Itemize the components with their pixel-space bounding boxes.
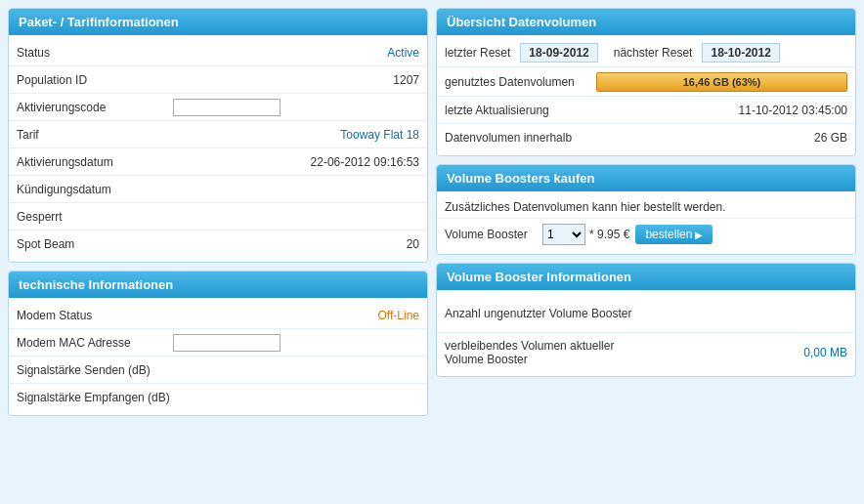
info-label: Modem MAC Adresse (17, 336, 173, 350)
vb-order-row: Volume Booster 1 2 3 4 5 * 9.95 € bestel… (437, 219, 855, 250)
vbi-row: Anzahl ungenutzter Volume Booster (437, 294, 855, 333)
info-label: Population ID (17, 73, 173, 87)
info-row: TarifTooway Flat 18 (9, 121, 427, 148)
right-column: Übersicht Datenvolumen letzter Reset 18-… (436, 8, 856, 496)
info-value: Off-Line (173, 309, 419, 322)
innerhalb-label: Datenvolumen innerhalb (445, 131, 596, 145)
info-row: Population ID1207 (9, 66, 427, 94)
left-column: Paket- / Tarifinformationen StatusActive… (8, 8, 428, 496)
info-label: Aktivierungscode (17, 101, 173, 114)
info-label: Aktivierungsdatum (17, 155, 173, 169)
technisch-panel-body: Modem StatusOff-LineModem MAC AdresseSig… (9, 298, 427, 415)
vbkaufen-panel: Volume Boosters kaufen Zusätzliches Date… (436, 164, 856, 255)
info-row: Gesperrt (9, 203, 427, 231)
info-label: Kündigungsdatum (17, 183, 173, 196)
uebersicht-panel-header: Übersicht Datenvolumen (437, 9, 855, 35)
info-value: 1207 (173, 73, 419, 87)
vbinfo-panel-body: Anzahl ungenutzter Volume Boosterverblei… (437, 290, 855, 376)
info-row: Modem MAC Adresse (9, 329, 427, 357)
letzter-reset-value: 18-09-2012 (520, 43, 597, 63)
aktualisierung-label: letzte Aktualisierung (445, 104, 596, 117)
info-row: Signalstärke Empfangen (dB) (9, 384, 427, 411)
naechster-reset-value: 18-10-2012 (702, 43, 779, 63)
progress-text: 16,46 GB (63%) (683, 76, 760, 88)
technisch-panel-header: technische Informationen (9, 272, 427, 298)
vbkaufen-panel-header: Volume Boosters kaufen (437, 165, 855, 191)
vb-quantity-select[interactable]: 1 2 3 4 5 (542, 224, 585, 245)
vbkaufen-panel-body: Zusätzliches Datenvolumen kann hier best… (437, 191, 855, 254)
paket-panel-header: Paket- / Tarifinformationen (9, 9, 427, 35)
info-row: Modem StatusOff-Line (9, 302, 427, 329)
main-container: Paket- / Tarifinformationen StatusActive… (0, 0, 864, 504)
uebersicht-panel: Übersicht Datenvolumen letzter Reset 18-… (436, 8, 856, 156)
info-label: Signalstärke Senden (dB) (17, 363, 173, 377)
letzter-reset-label: letzter Reset (445, 46, 510, 60)
genutzt-label: genutztes Datenvolumen (445, 75, 596, 89)
info-row: Signalstärke Senden (dB) (9, 357, 427, 384)
info-value: 22-06-2012 09:16:53 (173, 155, 419, 169)
paket-panel: Paket- / Tarifinformationen StatusActive… (8, 8, 428, 263)
genutzt-row: genutztes Datenvolumen 16,46 GB (63%) (437, 67, 855, 97)
info-label: Spot Beam (17, 237, 173, 251)
vbi-row: verbleibendes Volumen aktueller Volume B… (437, 333, 855, 372)
aktualisierung-value: 11-10-2012 03:45:00 (596, 104, 847, 117)
info-input-field[interactable] (173, 334, 281, 352)
info-label: Status (17, 46, 173, 60)
info-row: StatusActive (9, 39, 427, 66)
info-label: Signalstärke Empfangen (dB) (17, 391, 173, 404)
info-input-field[interactable] (173, 99, 281, 116)
info-label: Tarif (17, 128, 173, 142)
technisch-panel: technische Informationen Modem StatusOff… (8, 271, 428, 416)
paket-panel-body: StatusActivePopulation ID1207Aktivierung… (9, 35, 427, 262)
info-row: Kündigungsdatum (9, 176, 427, 203)
aktualisierung-row: letzte Aktualisierung 11-10-2012 03:45:0… (437, 97, 855, 124)
vbinfo-panel: Volume Booster Informationen Anzahl unge… (436, 263, 856, 377)
info-label: Gesperrt (17, 210, 173, 224)
uebersicht-panel-body: letzter Reset 18-09-2012 nächster Reset … (437, 35, 855, 155)
info-row: Aktivierungsdatum22-06-2012 09:16:53 (9, 148, 427, 176)
info-label: Modem Status (17, 309, 173, 322)
reset-row: letzter Reset 18-09-2012 nächster Reset … (437, 39, 855, 67)
vbi-value: 0,00 MB (769, 346, 847, 359)
vbinfo-panel-header: Volume Booster Informationen (437, 264, 855, 290)
vb-description: Zusätzliches Datenvolumen kann hier best… (437, 195, 855, 219)
innerhalb-row: Datenvolumen innerhalb 26 GB (437, 124, 855, 151)
bestellen-button[interactable]: bestellen (635, 225, 713, 244)
info-row: Spot Beam20 (9, 231, 427, 258)
info-value: Active (173, 46, 419, 60)
progress-bar-container: 16,46 GB (63%) (596, 72, 847, 92)
info-value: Tooway Flat 18 (173, 128, 419, 142)
vbi-label: Anzahl ungenutzter Volume Booster (445, 307, 769, 320)
naechster-reset-label: nächster Reset (614, 46, 693, 60)
info-row: Aktivierungscode (9, 94, 427, 121)
vb-price: * 9.95 € (589, 228, 629, 241)
info-value: 20 (173, 237, 419, 251)
vb-label: Volume Booster (445, 228, 542, 241)
innerhalb-value: 26 GB (596, 131, 847, 145)
vbi-label: verbleibendes Volumen aktueller Volume B… (445, 339, 769, 366)
